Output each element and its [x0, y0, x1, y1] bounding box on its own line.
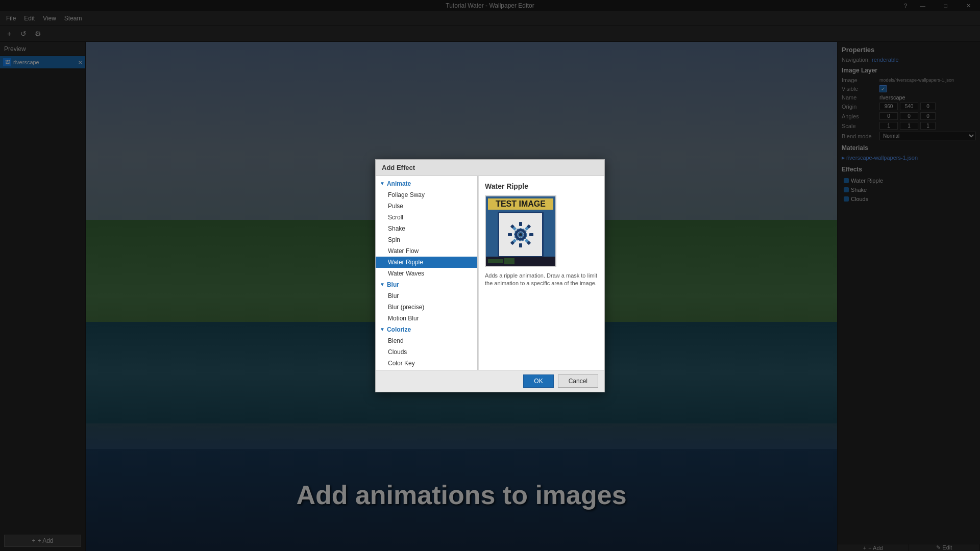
svg-rect-2 — [519, 222, 522, 226]
category-blur-label: Blur — [387, 281, 399, 288]
ok-button[interactable]: OK — [523, 374, 553, 388]
list-color-key[interactable]: Color Key — [376, 358, 477, 369]
cancel-button[interactable]: Cancel — [558, 374, 598, 388]
effect-list: ▼ Animate Foliage Sway Pulse Scroll Shak… — [376, 176, 478, 370]
chevron-colorize: ▼ — [380, 327, 385, 332]
list-shake[interactable]: Shake — [376, 223, 477, 234]
list-clouds[interactable]: Clouds — [376, 346, 477, 358]
list-foliage-sway[interactable]: Foliage Sway — [376, 189, 477, 201]
list-scroll[interactable]: Scroll — [376, 212, 477, 223]
ground-element-2 — [504, 258, 514, 264]
gear-icon — [505, 219, 536, 250]
category-animate[interactable]: ▼ Animate — [376, 178, 477, 189]
effect-detail-name: Water Ripple — [485, 182, 598, 190]
test-image-bg: TEST IMAGE — [486, 196, 555, 266]
svg-rect-3 — [519, 243, 522, 247]
category-colorize-label: Colorize — [387, 326, 411, 333]
category-animate-label: Animate — [387, 180, 411, 187]
svg-point-13 — [519, 233, 522, 236]
test-image-inner — [498, 212, 544, 258]
category-blur[interactable]: ▼ Blur — [376, 279, 477, 290]
chevron-blur: ▼ — [380, 282, 385, 287]
chevron-animate: ▼ — [380, 181, 385, 186]
list-blur[interactable]: Blur — [376, 290, 477, 302]
modal-footer: OK Cancel — [376, 370, 604, 392]
modal-body: ▼ Animate Foliage Sway Pulse Scroll Shak… — [376, 176, 604, 370]
list-blur-precise[interactable]: Blur (precise) — [376, 302, 477, 313]
category-colorize[interactable]: ▼ Colorize — [376, 324, 477, 335]
svg-rect-5 — [529, 233, 533, 236]
list-spin[interactable]: Spin — [376, 234, 477, 245]
ground-element — [488, 259, 503, 263]
list-water-ripple[interactable]: Water Ripple — [376, 257, 477, 268]
list-water-waves[interactable]: Water Waves — [376, 268, 477, 279]
list-pulse[interactable]: Pulse — [376, 201, 477, 212]
modal-overlay: Add Effect ▼ Animate Foliage Sway Pulse … — [0, 0, 980, 551]
list-water-flow[interactable]: Water Flow — [376, 245, 477, 257]
effect-detail: Water Ripple TEST IMAGE — [479, 176, 604, 370]
test-image-bottom — [486, 257, 555, 266]
effect-description: Adds a ripple animation. Draw a mask to … — [485, 272, 598, 288]
list-motion-blur[interactable]: Motion Blur — [376, 313, 477, 324]
add-effect-modal: Add Effect ▼ Animate Foliage Sway Pulse … — [375, 159, 605, 392]
svg-rect-4 — [508, 233, 512, 236]
effect-preview: TEST IMAGE — [485, 195, 556, 267]
test-image-title: TEST IMAGE — [488, 198, 553, 210]
modal-title: Add Effect — [376, 160, 604, 176]
list-blend[interactable]: Blend — [376, 335, 477, 346]
